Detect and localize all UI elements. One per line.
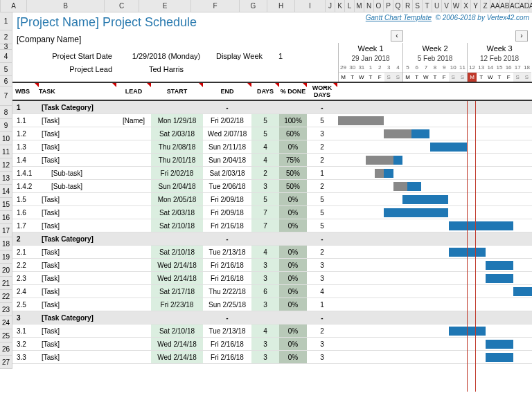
hdr-task: TASK bbox=[39, 83, 116, 100]
hdr-days: DAYS bbox=[251, 83, 279, 100]
hdr-start: START bbox=[151, 83, 203, 100]
spreadsheet-body: Gantt Chart Template © 2006-2018 by Vert… bbox=[12, 12, 532, 75]
row-headers: 1234567891011121314151617181920212223242… bbox=[0, 12, 12, 369]
template-link[interactable]: Gantt Chart Template bbox=[366, 14, 432, 21]
week-nav: ‹ › bbox=[391, 30, 528, 42]
template-credit: Gantt Chart Template © 2006-2018 by Vert… bbox=[366, 14, 529, 21]
display-week-value[interactable]: 1 bbox=[267, 52, 294, 60]
display-week-label: Display Week bbox=[215, 52, 267, 60]
start-date-label: Project Start Date bbox=[12, 52, 118, 60]
week-header: Week 129 Jan 20182930311234MTWTFSSWeek 2… bbox=[338, 43, 531, 82]
copyright: © 2006-2018 by Vertex42.com bbox=[436, 14, 529, 21]
hdr-wbs: WBS bbox=[12, 83, 39, 100]
hdr-end: END bbox=[203, 83, 251, 100]
lead-label: Project Lead bbox=[12, 65, 118, 73]
hdr-work: WORK DAYS bbox=[307, 83, 337, 100]
column-headers: ABCEFGHIJKLMNOPQRSTUVWXYZAAABACADAE bbox=[0, 0, 532, 12]
hdr-pct: % DONE bbox=[279, 83, 307, 100]
start-date-value[interactable]: 1/29/2018 (Monday) bbox=[118, 52, 215, 60]
hdr-lead: LEAD bbox=[116, 83, 151, 100]
next-week-button[interactable]: › bbox=[515, 30, 528, 42]
prev-week-button[interactable]: ‹ bbox=[391, 30, 403, 42]
lead-value[interactable]: Ted Harris bbox=[118, 65, 215, 73]
table-header-row: WBS TASK LEAD START END DAYS % DONE WORK… bbox=[12, 82, 532, 101]
gantt-chart bbox=[338, 101, 532, 364]
today-marker bbox=[467, 101, 476, 392]
